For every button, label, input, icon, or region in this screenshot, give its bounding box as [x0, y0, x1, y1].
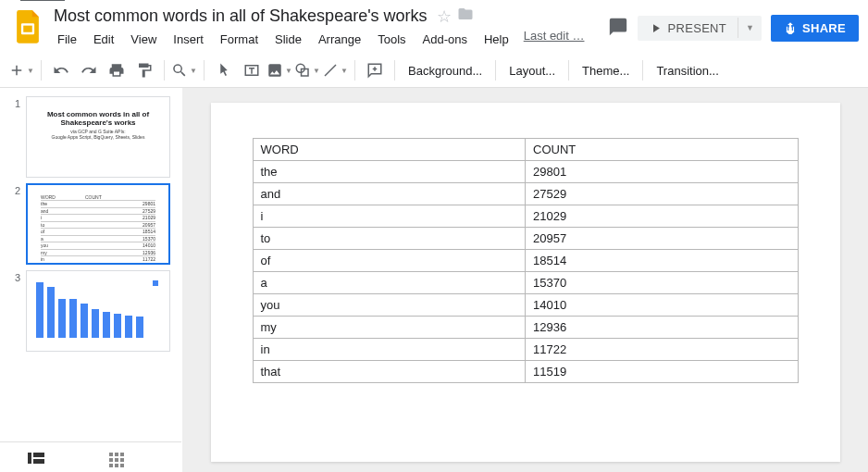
slide-canvas[interactable]: WORDCOUNT the29801and27529i21029to20957o…: [211, 103, 840, 462]
table-cell-word: a: [253, 272, 526, 294]
menu-bar: File Edit View Insert Format Slide Arran…: [50, 29, 599, 50]
svg-rect-1: [23, 26, 32, 32]
table-cell-count: 20957: [526, 228, 799, 250]
shape-tool[interactable]: ▼: [293, 57, 321, 83]
present-button-group: PRESENT ▼: [638, 16, 762, 41]
menu-arrange[interactable]: Arrange: [311, 29, 368, 50]
table-cell-count: 12936: [526, 317, 799, 339]
slide-thumbnail-3[interactable]: [26, 270, 170, 352]
table-cell-count: 21029: [526, 205, 799, 228]
menu-help[interactable]: Help: [477, 29, 516, 50]
table-row: you14010: [253, 294, 798, 317]
table-row: a15370: [253, 272, 798, 294]
svg-rect-5: [33, 453, 44, 457]
menu-view[interactable]: View: [123, 29, 164, 50]
canvas-area[interactable]: WORDCOUNT the29801and27529i21029to20957o…: [182, 88, 868, 472]
table-cell-count: 11722: [526, 339, 799, 361]
line-tool[interactable]: ▼: [321, 57, 349, 83]
slide-number: 1: [4, 96, 20, 109]
menu-edit[interactable]: Edit: [86, 29, 121, 50]
data-table: WORDCOUNT the29801and27529i21029to20957o…: [253, 138, 799, 383]
background-menu[interactable]: Background...: [401, 60, 490, 81]
theme-menu[interactable]: Theme...: [575, 60, 637, 81]
table-row: to20957: [253, 228, 798, 250]
table-cell-count: 27529: [526, 183, 799, 205]
present-label: PRESENT: [668, 21, 727, 35]
last-edit-link[interactable]: Last edit …: [524, 29, 585, 50]
table-row: i21029: [253, 205, 798, 228]
table-cell-count: 29801: [526, 161, 799, 183]
svg-rect-6: [33, 459, 44, 464]
table-cell-count: 15370: [526, 272, 799, 294]
table-cell-count: 11519: [526, 361, 799, 383]
undo-button[interactable]: [47, 57, 75, 83]
document-title[interactable]: Most common words in all of Shakespeare'…: [50, 6, 431, 27]
panel-footer: [0, 441, 181, 472]
slide-number: 3: [4, 270, 20, 283]
table-row: in11722: [253, 339, 798, 361]
table-header-count: COUNT: [526, 139, 799, 161]
slide-thumbnail-2[interactable]: WORDCOUNTthe29801and27529i21029to20957of…: [26, 183, 170, 265]
table-cell-word: and: [253, 183, 526, 205]
svg-rect-4: [28, 453, 31, 464]
app-header: Most common words in all of Shakespeare'…: [0, 0, 868, 50]
table-row: the29801: [253, 161, 798, 183]
layout-menu[interactable]: Layout...: [502, 60, 563, 81]
present-dropdown[interactable]: ▼: [738, 18, 762, 38]
table-header-word: WORD: [253, 139, 526, 161]
menu-slide[interactable]: Slide: [267, 29, 309, 50]
table-row: and27529: [253, 183, 798, 205]
table-cell-word: my: [253, 317, 526, 339]
textbox-tool[interactable]: [238, 57, 266, 83]
thumb-title: Most common words in all of Shakespeare'…: [27, 97, 169, 129]
folder-icon[interactable]: [457, 6, 474, 27]
zoom-button[interactable]: ▼: [170, 57, 198, 83]
share-button[interactable]: SHARE: [771, 15, 859, 42]
slide-panel: 1 Most common words in all of Shakespear…: [0, 88, 182, 472]
comments-icon[interactable]: [608, 17, 628, 40]
star-icon[interactable]: ☆: [437, 6, 452, 27]
comment-tool[interactable]: [361, 57, 389, 83]
paint-format-button[interactable]: [130, 57, 158, 83]
slide-number: 2: [4, 183, 20, 196]
table-cell-word: the: [253, 161, 526, 183]
menu-insert[interactable]: Insert: [166, 29, 211, 50]
table-row: of18514: [253, 250, 798, 272]
table-cell-count: 18514: [526, 250, 799, 272]
table-row: my12936: [253, 317, 798, 339]
table-cell-word: of: [253, 250, 526, 272]
grid-view-icon[interactable]: [109, 453, 124, 467]
menu-addons[interactable]: Add-ons: [415, 29, 475, 50]
menu-tools[interactable]: Tools: [370, 29, 413, 50]
table-cell-word: you: [253, 294, 526, 317]
slide-thumbnail-1[interactable]: Most common words in all of Shakespeare'…: [26, 96, 170, 178]
table-row: that11519: [253, 361, 798, 383]
table-cell-count: 14010: [526, 294, 799, 317]
toolbar: ▼ ▼ ▼ ▼ ▼ Background... Layout... Theme.…: [0, 54, 868, 88]
print-button[interactable]: [103, 57, 130, 83]
image-tool[interactable]: ▼: [266, 57, 293, 83]
table-cell-word: that: [253, 361, 526, 383]
thumb-subtitle: Google Apps Script, BigQuery, Sheets, Sl…: [27, 134, 169, 140]
menu-file[interactable]: File: [50, 29, 84, 50]
transition-menu[interactable]: Transition...: [649, 60, 725, 81]
filmstrip-view-icon[interactable]: [28, 453, 44, 466]
table-cell-word: in: [253, 339, 526, 361]
table-cell-word: to: [253, 228, 526, 250]
select-tool[interactable]: [210, 57, 238, 83]
present-button[interactable]: PRESENT: [638, 16, 738, 41]
new-slide-button[interactable]: ▼: [7, 57, 35, 83]
table-cell-word: i: [253, 205, 526, 228]
share-label: SHARE: [802, 21, 846, 35]
slides-logo[interactable]: [9, 9, 46, 46]
menu-format[interactable]: Format: [213, 29, 266, 50]
redo-button[interactable]: [75, 57, 103, 83]
